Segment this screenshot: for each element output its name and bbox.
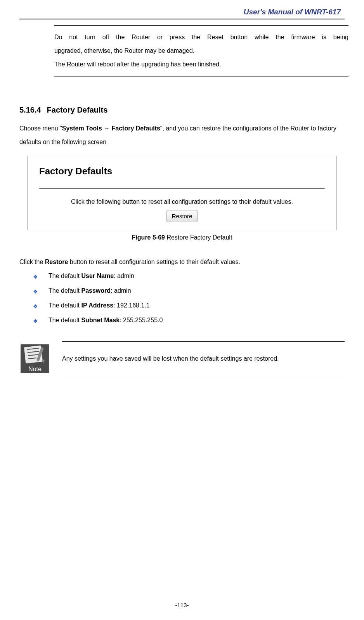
warning-line-2: upgraded, otherwise, the Router may be d… bbox=[54, 44, 348, 57]
figure-description: Click the following button to reset all … bbox=[39, 198, 325, 205]
figure-divider bbox=[39, 188, 325, 189]
section-number: 5.16.4 bbox=[19, 106, 41, 114]
item-suffix: : 192.168.1.1 bbox=[113, 302, 149, 309]
warning-line-3: The Router will reboot after the upgradi… bbox=[54, 57, 348, 71]
figure-caption: Figure 5-69 Restore Factory Default bbox=[19, 234, 345, 241]
bullet-icon: ❖ bbox=[33, 288, 38, 295]
manual-header-title: User's Manual of WNRT-617 bbox=[19, 8, 345, 19]
item-bold: User Name bbox=[81, 273, 114, 279]
firmware-warning-box: Do not turn off the Router or press the … bbox=[54, 25, 348, 76]
note-text: Any settings you have saved will be lost… bbox=[62, 355, 279, 362]
page-number: -113- bbox=[0, 602, 364, 608]
intro-menu-path: System Tools → Factory Defaults bbox=[62, 125, 160, 132]
item-prefix: The default bbox=[49, 287, 81, 294]
item-bold: Password bbox=[81, 287, 111, 294]
item-prefix: The default bbox=[49, 317, 81, 323]
bullet-icon: ❖ bbox=[33, 303, 38, 309]
figure-caption-text: Restore Factory Default bbox=[165, 234, 232, 241]
item-bold: IP Address bbox=[81, 302, 114, 309]
figure-title: Factory Defaults bbox=[39, 166, 325, 177]
note-block: Note Any settings you have saved will be… bbox=[19, 341, 345, 376]
factory-defaults-figure: Factory Defaults Click the following but… bbox=[27, 156, 337, 230]
note-content: Any settings you have saved will be lost… bbox=[62, 341, 345, 376]
restore-button[interactable]: Restore bbox=[166, 210, 198, 222]
item-bold: Subnet Mask bbox=[81, 317, 120, 323]
item-prefix: The default bbox=[49, 302, 81, 309]
list-item: ❖ The default Password: admin bbox=[33, 287, 345, 294]
defaults-list: ❖ The default User Name: admin ❖ The def… bbox=[19, 273, 345, 324]
list-item: ❖ The default User Name: admin bbox=[33, 273, 345, 280]
item-suffix: : 255.255.255.0 bbox=[120, 317, 163, 323]
intro-paragraph: Choose menu "System Tools → Factory Defa… bbox=[19, 122, 345, 149]
note-icon: Note bbox=[19, 341, 50, 376]
item-prefix: The default bbox=[49, 273, 81, 279]
item-suffix: : admin bbox=[111, 287, 131, 294]
restore-instr-suffix: button to reset all configuration settin… bbox=[68, 259, 240, 265]
intro-prefix: Choose menu " bbox=[19, 125, 62, 132]
list-item: ❖ The default Subnet Mask: 255.255.255.0 bbox=[33, 317, 345, 324]
item-suffix: : admin bbox=[114, 273, 134, 279]
figure-caption-number: Figure 5-69 bbox=[132, 234, 165, 241]
svg-text:Note: Note bbox=[28, 366, 42, 372]
bullet-icon: ❖ bbox=[33, 318, 38, 324]
warning-line-1: Do not turn off the Router or press the … bbox=[54, 30, 348, 44]
restore-instruction: Click the Restore button to reset all co… bbox=[19, 259, 345, 266]
section-heading: 5.16.4Factory Defaults bbox=[19, 106, 345, 115]
section-title: Factory Defaults bbox=[47, 106, 108, 114]
list-item: ❖ The default IP Address: 192.168.1.1 bbox=[33, 302, 345, 309]
bullet-icon: ❖ bbox=[33, 274, 38, 280]
restore-instr-bold: Restore bbox=[45, 259, 68, 265]
restore-instr-prefix: Click the bbox=[19, 259, 45, 265]
